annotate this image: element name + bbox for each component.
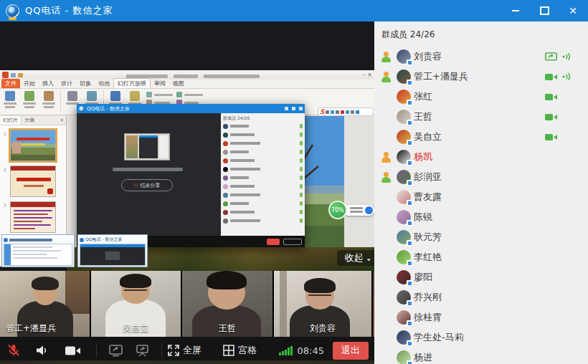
avatar <box>397 250 411 264</box>
taskbar-preview-cards: QQ电话 - 数信之家 <box>1 234 148 267</box>
ppt-tab-插入[interactable]: 插入 <box>39 79 57 88</box>
pc-client-badge-icon <box>407 59 412 65</box>
avatar <box>397 49 411 64</box>
member-name: 耿元芳 <box>414 231 442 244</box>
ppt-minimize-icon: – <box>362 72 365 78</box>
accelerator-boost-icon <box>365 206 373 214</box>
camera-status-icon <box>545 133 557 141</box>
nested-exit-button <box>267 239 280 245</box>
minimize-button[interactable] <box>506 4 525 17</box>
accelerator-tooltip <box>343 205 374 216</box>
ppt-tab-审阅[interactable]: 审阅 <box>151 79 169 88</box>
pc-accelerator[interactable]: 70% <box>328 201 374 219</box>
ppt-tab-文件[interactable]: 文件 <box>1 79 20 88</box>
nested-qq-call-window: QQ电话 - 数信之家 ⏻结束分享 群成员 24/26 <box>77 104 305 247</box>
video-thumbnail[interactable]: 管工+潘显兵 <box>0 271 90 337</box>
nested-member-row <box>223 165 303 173</box>
slide-thumbnail-1[interactable]: 1 <box>0 130 66 161</box>
video-thumbnail[interactable]: 吴自立 <box>91 271 181 337</box>
member-row[interactable]: 耿元芳 <box>374 227 588 247</box>
fullscreen-button[interactable]: 全屏 <box>168 344 201 357</box>
ppt-tab-动画[interactable]: 动画 <box>95 79 113 88</box>
ppt-tab-开始[interactable]: 开始 <box>20 79 39 88</box>
maximize-button[interactable] <box>535 4 554 17</box>
ppt-tab-幻灯片放映[interactable]: 幻灯片放映 <box>113 78 151 88</box>
member-row[interactable]: 徐桂霄 <box>374 307 588 327</box>
whiteboard-share-button[interactable] <box>128 345 156 357</box>
pc-client-badge-icon <box>407 300 412 306</box>
microphone-muted-button[interactable] <box>0 343 27 358</box>
member-row[interactable]: 陈锐 <box>374 207 588 227</box>
member-row[interactable]: 廖阳 <box>374 267 588 287</box>
ppt-ribbon-tabs: 文件开始插入设计切换动画幻灯片放映审阅视图 <box>0 80 374 89</box>
member-row[interactable]: 曹友露 <box>374 187 588 207</box>
member-row[interactable]: 刘贵容 <box>374 47 588 67</box>
video-participant-name: 王哲 <box>182 322 272 335</box>
member-row[interactable]: 学生处-马莉 <box>374 327 588 348</box>
ppt-close-icon: ✕ <box>367 72 372 78</box>
nested-member-list: 群成员 24/26 <box>221 113 305 236</box>
member-row[interactable]: 李红艳 <box>374 247 588 267</box>
member-row[interactable]: 杨进 <box>374 348 588 364</box>
avatar <box>397 90 411 104</box>
taskbar-preview-chat[interactable] <box>1 234 75 267</box>
pc-client-badge-icon <box>407 340 412 346</box>
member-name: 陈锐 <box>414 211 432 224</box>
call-toolbar: 全屏 宫格 08:45 退出 <box>0 337 374 364</box>
ppt-panel-tab-outline[interactable]: 大纲 <box>22 117 37 124</box>
video-thumbnail[interactable]: 王哲 <box>182 271 272 337</box>
video-thumbnail-strip: 管工+潘显兵吴自立王哲刘贵容 <box>0 271 374 337</box>
avatar <box>397 110 411 124</box>
nested-window-title: QQ电话 - 数信之家 <box>87 105 130 112</box>
avatar <box>397 130 411 144</box>
member-name: 廖阳 <box>414 271 432 284</box>
exit-call-button[interactable]: 退出 <box>333 342 369 360</box>
ppt-panel-close-icon[interactable]: ✕ <box>60 118 66 123</box>
avatar <box>397 270 411 284</box>
ppt-panel-tab-slides[interactable]: 幻灯片 <box>0 116 22 125</box>
nested-member-row <box>223 191 303 199</box>
nested-members-header: 群成员 24/26 <box>223 115 250 122</box>
camera-button[interactable] <box>56 345 90 356</box>
avatar <box>397 350 411 364</box>
ppt-tab-切换[interactable]: 切换 <box>76 79 95 88</box>
accelerator-ball[interactable]: 70% <box>328 201 347 219</box>
powerpoint-icon <box>2 72 9 78</box>
presence-icon <box>381 52 392 62</box>
ppt-tab-设计[interactable]: 设计 <box>57 79 76 88</box>
member-row[interactable]: 管工+潘显兵 <box>374 67 588 87</box>
grid-view-button[interactable]: 宫格 <box>223 344 257 357</box>
nested-member-row <box>223 182 303 191</box>
collapse-strip-button[interactable]: 收起 ⌄⌄ <box>337 250 374 266</box>
avatar <box>397 70 411 84</box>
member-row[interactable]: 吴自立 <box>374 127 588 147</box>
slide-thumbnail-2[interactable]: 2 <box>0 166 66 197</box>
fullscreen-icon <box>168 345 179 356</box>
nested-secondary-button <box>283 239 302 245</box>
nested-member-row <box>223 130 303 139</box>
close-button[interactable]: ✕ <box>564 4 582 17</box>
member-row[interactable]: 张红 <box>374 87 588 107</box>
member-row[interactable]: 杨凯 <box>374 147 588 167</box>
nested-member-row <box>223 216 303 225</box>
ppt-workspace-right <box>344 116 374 267</box>
video-thumbnail[interactable]: 刘贵容 <box>274 271 371 337</box>
call-duration: 08:45 <box>298 345 324 356</box>
member-row[interactable]: 乔兴刚 <box>374 287 588 307</box>
member-name: 杨进 <box>414 351 432 364</box>
pc-client-badge-icon <box>407 200 412 206</box>
member-row[interactable]: 彭润亚 <box>374 167 588 187</box>
pc-client-badge-icon <box>407 320 412 326</box>
pc-client-badge-icon <box>407 120 412 125</box>
camera-status-icon <box>545 113 557 121</box>
member-row[interactable]: 王哲 <box>374 107 588 127</box>
ppt-title-text <box>126 72 260 78</box>
grid-icon <box>223 345 234 356</box>
speaker-button[interactable] <box>27 344 56 357</box>
avatar <box>397 310 411 325</box>
slide-thumbnail-3[interactable]: 3 <box>0 201 66 233</box>
taskbar-preview-call[interactable]: QQ电话 - 数信之家 <box>77 234 148 267</box>
ppt-tab-视图[interactable]: 视图 <box>169 79 188 88</box>
nested-member-row <box>223 208 303 216</box>
share-screen-button[interactable] <box>103 345 128 357</box>
